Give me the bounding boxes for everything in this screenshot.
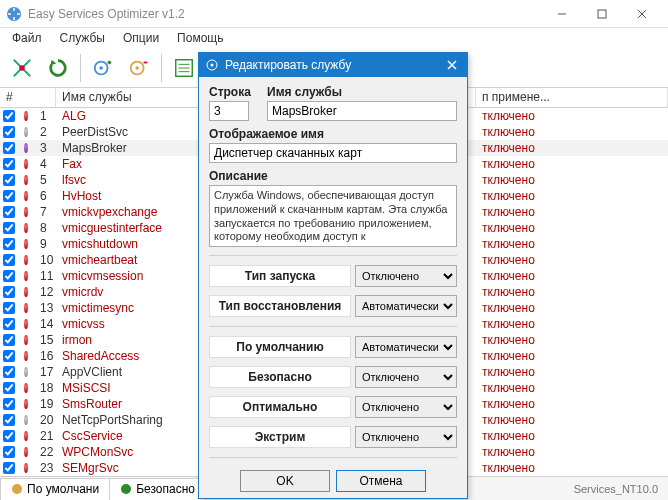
status-dot <box>18 319 34 329</box>
row-number: 2 <box>34 125 56 139</box>
row-checkbox[interactable] <box>0 206 18 218</box>
row-checkbox[interactable] <box>0 174 18 186</box>
label-default: По умолчанию <box>209 336 351 358</box>
input-display-name[interactable] <box>209 143 457 163</box>
status-text: тключено <box>476 461 668 475</box>
tab-default[interactable]: По умолчани <box>0 478 110 500</box>
status-text: тключено <box>476 397 668 411</box>
cancel-button[interactable]: Отмена <box>336 470 426 492</box>
separator <box>209 326 457 327</box>
refresh-button[interactable] <box>42 52 74 84</box>
gear-icon <box>205 58 219 72</box>
row-checkbox[interactable] <box>0 142 18 154</box>
row-checkbox[interactable] <box>0 190 18 202</box>
input-service-name[interactable] <box>267 101 457 121</box>
service-editor-button[interactable] <box>6 52 38 84</box>
row-checkbox[interactable] <box>0 158 18 170</box>
status-text: тключено <box>476 157 668 171</box>
status-dot <box>18 175 34 185</box>
input-description[interactable]: Служба Windows, обеспечивающая доступ пр… <box>209 185 457 247</box>
select-safe[interactable]: Отключено <box>355 366 457 388</box>
row-checkbox[interactable] <box>0 414 18 426</box>
gear-plus-button[interactable] <box>87 52 119 84</box>
row-checkbox[interactable] <box>0 110 18 122</box>
row-checkbox[interactable] <box>0 382 18 394</box>
close-button[interactable] <box>622 3 662 25</box>
status-dot <box>18 399 34 409</box>
label-safe: Безопасно <box>209 366 351 388</box>
menu-services[interactable]: Службы <box>52 29 113 47</box>
tab-default-icon <box>11 483 23 495</box>
menu-options[interactable]: Опции <box>115 29 167 47</box>
select-extreme[interactable]: Отключено <box>355 426 457 448</box>
select-default[interactable]: Автоматически <box>355 336 457 358</box>
status-text: тключено <box>476 189 668 203</box>
dialog-close-button[interactable] <box>443 56 461 74</box>
row-checkbox[interactable] <box>0 238 18 250</box>
toolbar-separator <box>161 54 162 82</box>
row-checkbox[interactable] <box>0 398 18 410</box>
gear-minus-button[interactable] <box>123 52 155 84</box>
row-checkbox[interactable] <box>0 222 18 234</box>
row-checkbox[interactable] <box>0 318 18 330</box>
row-number: 10 <box>34 253 56 267</box>
status-dot <box>18 111 34 121</box>
status-text: тключено <box>476 429 668 443</box>
status-text: тключено <box>476 173 668 187</box>
row-checkbox[interactable] <box>0 366 18 378</box>
status-dot <box>18 127 34 137</box>
status-dot <box>18 447 34 457</box>
svg-point-6 <box>135 66 139 70</box>
row-checkbox[interactable] <box>0 334 18 346</box>
status-dot <box>18 287 34 297</box>
status-dot <box>18 239 34 249</box>
menubar: Файл Службы Опции Помощь <box>0 28 668 48</box>
separator <box>209 457 457 458</box>
row-checkbox[interactable] <box>0 286 18 298</box>
tab-safe[interactable]: Безопасно <box>109 478 206 500</box>
status-text: тключено <box>476 237 668 251</box>
status-dot <box>18 431 34 441</box>
row-checkbox[interactable] <box>0 446 18 458</box>
select-optimal[interactable]: Отключено <box>355 396 457 418</box>
col-apply[interactable]: п примене... <box>476 88 668 107</box>
input-row[interactable] <box>209 101 249 121</box>
row-checkbox[interactable] <box>0 270 18 282</box>
ok-button[interactable]: OK <box>240 470 330 492</box>
row-checkbox[interactable] <box>0 126 18 138</box>
window-titlebar: Easy Services Optimizer v1.2 <box>0 0 668 28</box>
row-checkbox[interactable] <box>0 254 18 266</box>
status-text: тключено <box>476 253 668 267</box>
svg-point-11 <box>121 484 131 494</box>
status-text: тключено <box>476 317 668 331</box>
list-button[interactable] <box>168 52 200 84</box>
menu-file[interactable]: Файл <box>4 29 50 47</box>
maximize-button[interactable] <box>582 3 622 25</box>
row-number: 11 <box>34 269 56 283</box>
status-dot <box>18 271 34 281</box>
statusbar-right: Services_NT10.0 <box>574 483 658 495</box>
row-number: 16 <box>34 349 56 363</box>
dialog-titlebar[interactable]: Редактировать службу <box>199 53 467 77</box>
row-number: 1 <box>34 109 56 123</box>
row-checkbox[interactable] <box>0 430 18 442</box>
row-checkbox[interactable] <box>0 350 18 362</box>
status-text: тключено <box>476 125 668 139</box>
row-checkbox[interactable] <box>0 462 18 474</box>
tab-safe-icon <box>120 483 132 495</box>
minimize-button[interactable] <box>542 3 582 25</box>
status-text: тключено <box>476 445 668 459</box>
row-number: 4 <box>34 157 56 171</box>
label-recovery: Тип восстановления <box>209 295 351 317</box>
status-dot <box>18 159 34 169</box>
row-number: 20 <box>34 413 56 427</box>
select-recovery[interactable]: Автоматически <box>355 295 457 317</box>
svg-point-13 <box>211 64 214 67</box>
col-number[interactable]: # <box>0 88 56 107</box>
select-start-type[interactable]: Отключено <box>355 265 457 287</box>
svg-rect-1 <box>598 10 606 18</box>
menu-help[interactable]: Помощь <box>169 29 231 47</box>
toolbar-separator <box>80 54 81 82</box>
dialog-title: Редактировать службу <box>225 58 443 72</box>
row-checkbox[interactable] <box>0 302 18 314</box>
